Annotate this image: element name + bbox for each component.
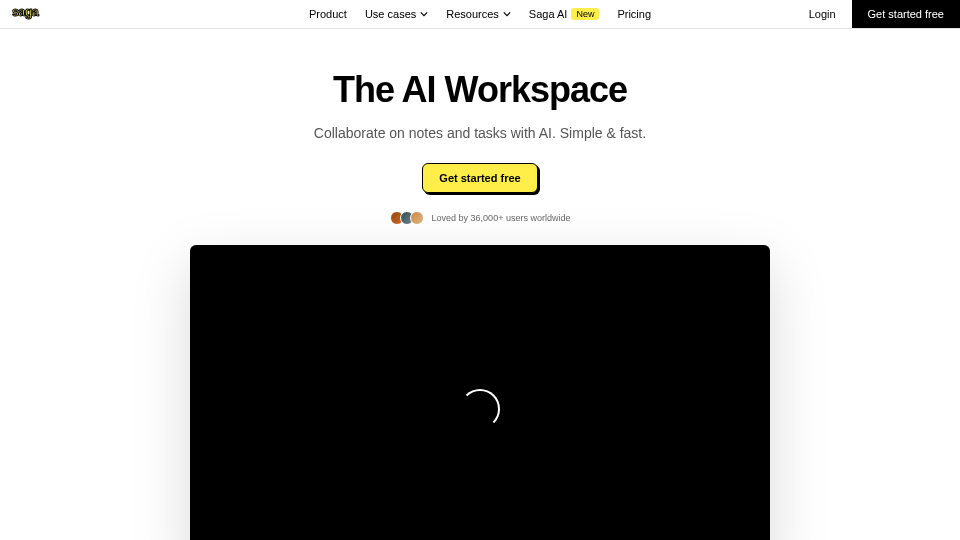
nav-center: Product Use cases Resources Saga AI New … <box>309 8 651 20</box>
nav-label: Pricing <box>617 8 651 20</box>
logo[interactable]: saga <box>12 4 60 25</box>
social-proof: Loved by 36,000+ users worldwide <box>0 211 960 225</box>
nav-label: Saga AI <box>529 8 568 20</box>
video-player[interactable] <box>190 245 770 540</box>
nav-label: Resources <box>446 8 499 20</box>
social-proof-text: Loved by 36,000+ users worldwide <box>432 213 571 223</box>
nav-resources[interactable]: Resources <box>446 8 511 20</box>
get-started-button-hero[interactable]: Get started free <box>422 163 537 193</box>
hero-section: The AI Workspace Collaborate on notes an… <box>0 29 960 225</box>
nav-label: Product <box>309 8 347 20</box>
nav-right: Login Get started free <box>793 0 960 28</box>
nav-saga-ai[interactable]: Saga AI New <box>529 8 600 20</box>
svg-text:saga: saga <box>12 4 40 19</box>
avatar <box>410 211 424 225</box>
page-title: The AI Workspace <box>0 69 960 111</box>
nav-use-cases[interactable]: Use cases <box>365 8 428 20</box>
login-link[interactable]: Login <box>793 8 852 20</box>
nav-label: Use cases <box>365 8 416 20</box>
avatar-group <box>390 211 424 225</box>
loading-spinner-icon <box>460 389 500 429</box>
chevron-down-icon <box>503 10 511 18</box>
get-started-button-header[interactable]: Get started free <box>852 0 960 28</box>
chevron-down-icon <box>420 10 428 18</box>
header: saga Product Use cases Resources Saga AI… <box>0 0 960 29</box>
page-subtitle: Collaborate on notes and tasks with AI. … <box>0 125 960 141</box>
new-badge: New <box>571 8 599 20</box>
nav-product[interactable]: Product <box>309 8 347 20</box>
nav-pricing[interactable]: Pricing <box>617 8 651 20</box>
